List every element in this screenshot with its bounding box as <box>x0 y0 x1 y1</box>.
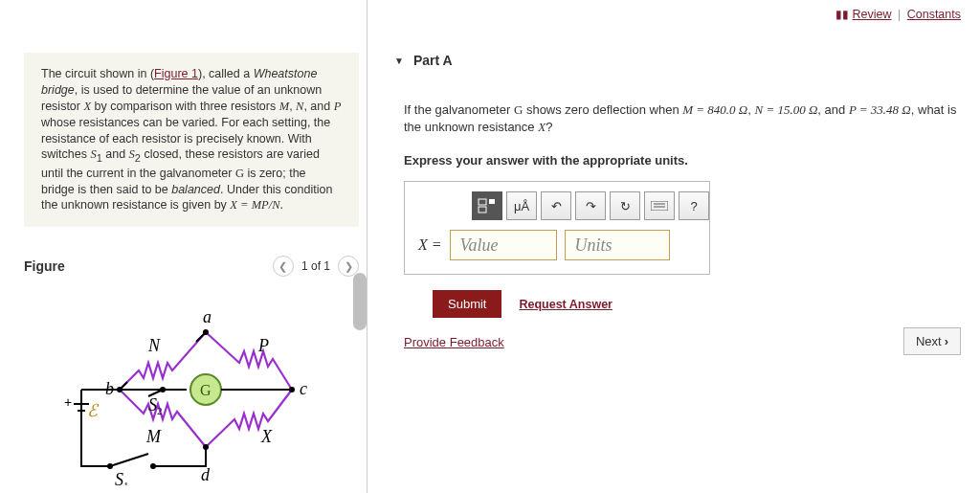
value-input[interactable]: Value <box>450 230 557 260</box>
help-button[interactable]: ? <box>679 191 709 220</box>
text: . <box>280 198 283 212</box>
italic-term: balanced <box>171 183 220 196</box>
submit-row: Submit Request Answer <box>433 290 980 318</box>
svg-point-9 <box>289 387 295 392</box>
var-p: P <box>334 100 342 113</box>
figure-title: Figure <box>24 258 65 274</box>
label-G: G <box>200 382 212 398</box>
svg-point-8 <box>203 329 209 335</box>
m-value: M = 840.0 Ω <box>682 102 747 117</box>
undo-button[interactable]: ↶ <box>541 191 571 220</box>
var-g: G <box>235 167 244 180</box>
text: ), called a <box>198 67 254 80</box>
var-m: M <box>279 100 289 113</box>
keyboard-icon <box>651 201 668 211</box>
entry-row: X = Value Units <box>418 230 696 260</box>
pager-prev-button[interactable]: ❮ <box>273 256 294 277</box>
next-label: Next <box>916 334 942 348</box>
figure-diagram: a b c d N P M X G S2 S1 ℰ + <box>53 294 359 493</box>
review-link[interactable]: Review <box>853 8 892 21</box>
label-N: N <box>147 336 161 355</box>
svg-rect-14 <box>651 201 668 211</box>
part-a-header[interactable]: ▼ Part A <box>394 53 980 68</box>
template-button[interactable] <box>472 191 502 220</box>
right-panel: ▮▮ Review | Constants ▼ Part A If the ga… <box>373 0 980 493</box>
pager-label: 1 of 1 <box>301 259 330 273</box>
link-divider: | <box>898 8 901 21</box>
part-label: Part A <box>413 53 453 68</box>
svg-rect-11 <box>479 199 486 205</box>
wheatstone-svg: a b c d N P M X G S2 S1 ℰ + <box>53 294 330 485</box>
figure-pager: ❮ 1 of 1 ❯ <box>273 256 359 277</box>
figure-header: Figure ❮ 1 of 1 ❯ <box>24 256 359 277</box>
top-links: ▮▮ Review | Constants <box>835 8 961 21</box>
label-S2: S2 <box>148 395 163 416</box>
label-d: d <box>201 465 211 484</box>
figure-link[interactable]: Figure 1 <box>154 67 198 80</box>
p-value: P = 33.48 Ω <box>849 102 911 117</box>
units-input[interactable]: Units <box>565 230 670 260</box>
var-n: N <box>296 100 303 113</box>
keyboard-button[interactable] <box>644 191 675 220</box>
label-emf: ℰ <box>87 401 100 420</box>
scrollbar-thumb[interactable] <box>353 273 367 330</box>
x-equals-label: X = <box>418 236 442 254</box>
units-button[interactable]: μÅ <box>506 191 537 220</box>
answer-box: μÅ ↶ ↷ ↻ ? X = Value Units <box>404 181 710 275</box>
label-b: b <box>105 379 114 398</box>
problem-statement: The circuit shown in (Figure 1), called … <box>24 53 359 227</box>
chevron-right-icon: › <box>945 334 948 348</box>
var-g: G <box>514 102 523 117</box>
n-value: N = 15.00 Ω <box>754 102 817 117</box>
var-x: X <box>538 120 546 134</box>
svg-point-10 <box>203 444 209 450</box>
svg-point-7 <box>117 387 122 392</box>
var-x: X <box>83 100 91 113</box>
constants-link[interactable]: Constants <box>907 8 961 21</box>
caret-down-icon: ▼ <box>394 56 404 66</box>
text: If the galvanometer <box>404 102 514 117</box>
text: by comparison with three resistors <box>91 100 279 113</box>
provide-feedback-link[interactable]: Provide Feedback <box>404 335 504 349</box>
redo-button[interactable]: ↷ <box>575 191 606 220</box>
reset-button[interactable]: ↻ <box>610 191 640 220</box>
svg-rect-13 <box>489 199 495 204</box>
request-answer-link[interactable]: Request Answer <box>519 298 612 311</box>
book-icon: ▮▮ <box>835 8 849 21</box>
label-c: c <box>300 379 307 398</box>
instruction-text: Express your answer with the appropriate… <box>404 153 961 168</box>
fraction-icon <box>478 198 497 213</box>
svg-rect-12 <box>479 207 486 213</box>
text: ? <box>546 120 552 134</box>
label-S1: S1 <box>115 470 129 485</box>
label-a: a <box>203 307 212 326</box>
label-P: P <box>257 336 269 355</box>
label-M: M <box>145 427 162 446</box>
text: The circuit shown in ( <box>41 67 154 80</box>
left-panel: The circuit shown in (Figure 1), called … <box>0 0 367 493</box>
label-X: X <box>260 427 273 446</box>
next-button[interactable]: Next › <box>903 327 961 355</box>
sub: 1 <box>97 152 102 164</box>
question-text: If the galvanometer G shows zero deflect… <box>404 101 961 136</box>
answer-toolbar: μÅ ↶ ↷ ↻ ? <box>472 191 696 220</box>
text: shows zero deflection when <box>523 102 682 117</box>
plus-sign: + <box>64 394 72 410</box>
panel-divider <box>367 0 368 493</box>
submit-button[interactable]: Submit <box>433 290 501 318</box>
equation: X = MP/N <box>230 198 279 212</box>
